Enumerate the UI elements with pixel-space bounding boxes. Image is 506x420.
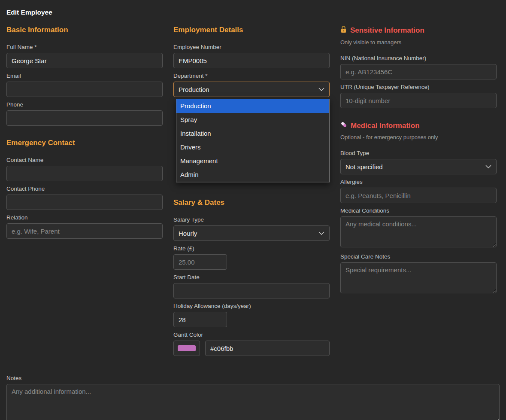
field-nin: NIN (National Insurance Number) [340,55,497,79]
section-emergency-contact: Emergency Contact [6,139,163,147]
allergies-input[interactable] [340,188,497,203]
gantt-color-picker[interactable] [173,341,200,356]
employee-number-input[interactable] [173,53,330,68]
field-blood-type: Blood Type Not specified [340,150,497,174]
utr-label: UTR (Unique Taxpayer Reference) [340,84,497,90]
department-label: Department * [173,73,330,79]
field-allergies: Allergies [340,179,497,203]
field-special-care: Special Care Notes [340,253,497,295]
section-employment-details: Employment Details [173,26,330,34]
field-full-name: Full Name * [6,44,163,68]
nin-label: NIN (National Insurance Number) [340,55,497,61]
department-dropdown: Production Spray Installation Drivers Ma… [176,99,330,183]
phone-label: Phone [6,101,163,108]
form-columns: Basic Information Full Name * Email Phon… [6,26,500,360]
contact-phone-label: Contact Phone [6,186,163,192]
column-basic: Basic Information Full Name * Email Phon… [6,26,163,243]
notes-textarea[interactable] [6,384,500,420]
gantt-color-swatch [178,345,196,351]
gantt-color-row [173,341,330,356]
contact-name-input[interactable] [6,166,163,181]
dropdown-option-management[interactable]: Management [176,154,329,168]
column-sensitive-medical: Sensitive Information Only visible to ma… [340,26,497,299]
blood-type-select-value: Not specified [345,163,383,170]
gantt-color-label: Gantt Color [173,332,330,338]
relation-label: Relation [6,214,163,221]
chevron-down-icon [318,88,324,91]
holiday-allowance-label: Holiday Allowance (days/year) [173,303,330,309]
dropdown-option-production[interactable]: Production [176,99,329,113]
field-utr: UTR (Unique Taxpayer Reference) [340,84,497,108]
medical-conditions-label: Medical Conditions [340,207,497,214]
department-select[interactable]: Production [173,82,330,97]
field-medical-conditions: Medical Conditions [340,207,497,249]
medical-conditions-textarea[interactable] [340,216,497,247]
field-rate: Rate (£) [173,245,330,270]
field-relation: Relation [6,214,163,239]
department-select-value: Production [179,86,209,93]
field-contact-phone: Contact Phone [6,186,163,210]
field-gantt-color: Gantt Color [173,332,330,356]
section-sensitive-information: Sensitive Information [340,26,497,35]
blood-type-select[interactable]: Not specified [340,159,497,174]
field-notes: Notes [6,375,500,420]
sensitive-subtext: Only visible to managers [340,39,497,46]
page-title: Edit Employee [6,9,500,16]
contact-phone-input[interactable] [6,195,163,210]
allergies-label: Allergies [340,179,497,185]
section-salary-dates: Salary & Dates [173,198,330,207]
sensitive-heading-text: Sensitive Information [350,26,424,35]
field-start-date: Start Date [173,274,330,298]
rate-input[interactable] [173,254,227,270]
field-email: Email [6,73,163,97]
edit-employee-form: Edit Employee Basic Information Full Nam… [0,0,506,420]
section-medical-information: Medical Information [340,121,497,130]
medical-subtext: Optional - for emergency purposes only [340,134,497,140]
notes-label: Notes [6,375,500,381]
nin-input[interactable] [340,64,497,79]
special-care-textarea[interactable] [340,262,497,293]
holiday-allowance-input[interactable] [173,312,227,327]
chevron-down-icon [485,165,491,168]
start-date-label: Start Date [173,274,330,280]
salary-type-select[interactable]: Hourly [173,225,330,241]
relation-input[interactable] [6,223,163,239]
phone-input[interactable] [6,110,163,126]
gantt-color-input[interactable] [205,341,330,356]
chevron-down-icon [318,231,324,235]
field-salary-type: Salary Type Hourly [173,216,330,241]
full-name-input[interactable] [6,53,163,68]
field-contact-name: Contact Name [6,157,163,181]
rate-label: Rate (£) [173,245,330,252]
medical-heading-text: Medical Information [351,122,420,130]
column-employment: Employment Details Employee Number Depar… [173,26,330,360]
contact-name-label: Contact Name [6,157,163,163]
utr-input[interactable] [340,93,497,108]
dropdown-option-spray[interactable]: Spray [176,113,329,127]
field-department: Department * Production Production Spray… [173,73,330,97]
blood-type-label: Blood Type [340,150,497,156]
salary-type-select-value: Hourly [179,230,197,237]
full-name-label: Full Name * [6,44,163,50]
salary-type-label: Salary Type [173,216,330,223]
dropdown-option-drivers[interactable]: Drivers [176,140,329,154]
section-basic-information: Basic Information [6,26,163,34]
pill-icon [340,121,347,130]
start-date-input[interactable] [173,283,330,298]
dropdown-option-admin[interactable]: Admin [176,168,329,182]
field-phone: Phone [6,101,163,126]
employee-number-label: Employee Number [173,44,330,50]
field-employee-number: Employee Number [173,44,330,68]
field-holiday-allowance: Holiday Allowance (days/year) [173,303,330,327]
special-care-label: Special Care Notes [340,253,497,260]
dropdown-option-installation[interactable]: Installation [176,127,329,140]
email-label: Email [6,73,163,79]
email-input[interactable] [6,82,163,97]
lock-icon [340,26,347,35]
